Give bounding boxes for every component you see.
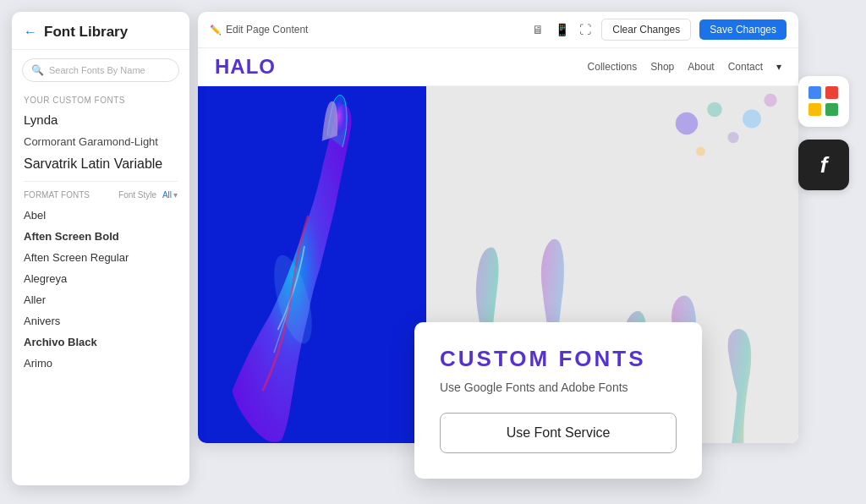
editor-toolbar: ✏️ Edit Page Content 🖥 📱 ⛶ Clear Changes…: [198, 12, 798, 48]
format-header: FORMAT FONTS Font Style All ▾: [12, 187, 189, 203]
edit-page-label: ✏️ Edit Page Content: [210, 24, 308, 36]
edit-icon: ✏️: [210, 25, 222, 36]
font-item-aften-regular[interactable]: Aften Screen Regular: [12, 247, 189, 268]
search-box[interactable]: 🔍 Search Fonts By Name: [22, 58, 179, 82]
svg-point-3: [676, 112, 698, 134]
use-font-service-button[interactable]: Use Font Service: [440, 413, 677, 453]
gf-sq-red: [825, 86, 838, 99]
font-item-aller[interactable]: Aller: [12, 289, 189, 310]
fontself-icon: f: [820, 152, 828, 178]
back-arrow-icon[interactable]: ←: [24, 25, 37, 40]
font-style-all[interactable]: All: [162, 190, 172, 200]
expand-icon[interactable]: ⛶: [578, 22, 593, 37]
font-item-abel[interactable]: Abel: [12, 205, 189, 226]
art-svg: [198, 86, 426, 443]
google-fonts-icon: [808, 86, 839, 117]
font-item-archivo-black[interactable]: Archivo Black: [12, 331, 189, 353]
nav-about[interactable]: About: [688, 61, 714, 73]
custom-fonts-card-title: CUSTOM FONTS: [440, 346, 677, 372]
custom-fonts-card: CUSTOM FONTS Use Google Fonts and Adobe …: [414, 322, 702, 479]
gf-sq-green: [825, 103, 838, 116]
gf-sq-yellow: [808, 103, 821, 116]
svg-point-7: [764, 94, 776, 107]
toolbar-icons: 🖥 📱 ⛶: [530, 22, 593, 37]
fontself-badge[interactable]: f: [798, 140, 849, 190]
format-fonts-label: FORMAT FONTS: [24, 190, 113, 200]
custom-fonts-label: YOUR CUSTOM FONTS: [12, 90, 189, 108]
font-item-anivers[interactable]: Anivers: [12, 310, 189, 331]
font-item-aften-bold[interactable]: Aften Screen Bold: [12, 226, 189, 247]
nav-dropdown-icon[interactable]: ▾: [776, 61, 781, 73]
font-item-arimo[interactable]: Arimo: [12, 353, 189, 374]
edit-page-text: Edit Page Content: [226, 24, 308, 36]
blue-art-panel: [198, 86, 426, 443]
custom-font-lynda[interactable]: Lynda: [12, 108, 189, 131]
svg-point-6: [743, 110, 761, 129]
search-placeholder: Search Fonts By Name: [49, 65, 145, 75]
font-library-panel: ← Font Library 🔍 Search Fonts By Name YO…: [12, 12, 189, 485]
custom-font-sarvatrik[interactable]: Sarvatrik Latin Variable: [12, 152, 189, 176]
svg-point-8: [696, 147, 705, 156]
site-nav: HALO Collections Shop About Contact ▾: [198, 48, 798, 86]
site-nav-links: Collections Shop About Contact ▾: [588, 61, 781, 73]
tablet-icon[interactable]: 📱: [554, 22, 569, 37]
nav-collections[interactable]: Collections: [588, 61, 638, 73]
font-style-control[interactable]: Font Style All ▾: [118, 190, 178, 200]
clear-changes-button[interactable]: Clear Changes: [601, 19, 691, 41]
site-logo: HALO: [215, 55, 588, 79]
font-list: Abel Aften Screen Bold Aften Screen Regu…: [12, 203, 189, 485]
save-changes-button[interactable]: Save Changes: [699, 19, 787, 40]
font-item-alegreya[interactable]: Alegreya: [12, 268, 189, 289]
custom-fonts-card-subtitle: Use Google Fonts and Adobe Fonts: [440, 381, 677, 394]
panel-header: ← Font Library: [12, 12, 189, 50]
svg-point-4: [707, 102, 722, 118]
gf-sq-blue: [808, 86, 821, 99]
google-fonts-badge[interactable]: [798, 76, 849, 127]
chevron-down-icon: ▾: [173, 190, 178, 200]
custom-font-cormorant[interactable]: Cormorant Garamond-Light: [12, 131, 189, 152]
desktop-icon[interactable]: 🖥: [530, 22, 545, 37]
panel-title: Font Library: [44, 24, 128, 41]
nav-shop[interactable]: Shop: [650, 61, 674, 73]
nav-contact[interactable]: Contact: [728, 61, 763, 73]
svg-point-5: [727, 132, 738, 143]
search-icon: 🔍: [31, 64, 44, 76]
divider: [24, 181, 178, 182]
font-style-label: Font Style: [118, 190, 156, 200]
